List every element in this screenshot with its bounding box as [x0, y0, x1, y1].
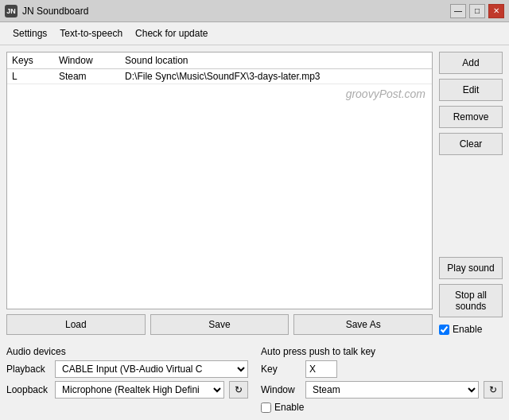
menu-bar: Settings Text-to-speech Check for update [0, 22, 509, 45]
enable-checkbox[interactable] [439, 325, 449, 335]
maximize-button[interactable]: □ [469, 4, 485, 18]
auto-press-enable-row: Enable [261, 402, 503, 413]
save-as-button[interactable]: Save As [293, 314, 433, 335]
app-icon: JN [5, 5, 17, 18]
right-panel: Add Edit Remove Clear Play sound Stop al… [439, 52, 503, 335]
close-button[interactable]: ✕ [488, 4, 504, 18]
window-select[interactable]: Steam [305, 381, 479, 399]
loopback-label: Loopback [6, 384, 50, 395]
key-row: Key [261, 360, 503, 378]
auto-press-section: Auto press push to talk key Key Window S… [261, 346, 503, 413]
watermark: groovyPost.com [7, 84, 432, 103]
cell-key: L [7, 69, 54, 84]
playback-row: Playback CABLE Input (VB-Audio Virtual C [6, 360, 248, 378]
refresh-window-button[interactable]: ↻ [484, 381, 503, 399]
left-panel: Keys Window Sound location L Steam D:\Fi… [6, 52, 433, 335]
enable-label: Enable [453, 324, 482, 335]
window-row: Window Steam ↻ [261, 381, 503, 399]
main-content: Keys Window Sound location L Steam D:\Fi… [0, 45, 509, 341]
sound-table: Keys Window Sound location L Steam D:\Fi… [7, 52, 432, 84]
refresh-loopback-button[interactable]: ↻ [229, 381, 248, 399]
cell-sound: D:\File Sync\Music\SoundFX\3-days-later.… [120, 69, 432, 84]
window-title: JN Soundboard [22, 6, 88, 17]
title-bar-left: JN JN Soundboard [5, 5, 88, 18]
stop-all-button[interactable]: Stop all sounds [439, 284, 503, 317]
col-header-keys: Keys [7, 52, 54, 69]
edit-button[interactable]: Edit [439, 79, 503, 101]
enable-row: Enable [439, 324, 503, 335]
loopback-row: Loopback Microphone (Realtek High Defini… [6, 381, 248, 399]
title-bar-controls: — □ ✕ [450, 4, 504, 18]
key-input[interactable] [305, 360, 337, 378]
title-bar: JN JN Soundboard — □ ✕ [0, 0, 509, 22]
play-sound-button[interactable]: Play sound [439, 257, 503, 279]
sound-table-container: Keys Window Sound location L Steam D:\Fi… [6, 52, 433, 309]
playback-select[interactable]: CABLE Input (VB-Audio Virtual C [55, 360, 248, 378]
save-button[interactable]: Save [150, 314, 289, 335]
menu-tts[interactable]: Text-to-speech [53, 25, 129, 41]
file-buttons: Load Save Save As [6, 314, 433, 335]
key-label: Key [261, 364, 301, 375]
audio-section-label: Audio devices [6, 346, 248, 357]
auto-press-enable-label: Enable [274, 402, 304, 413]
remove-button[interactable]: Remove [439, 106, 503, 128]
minimize-button[interactable]: — [450, 4, 466, 18]
auto-press-title: Auto press push to talk key [261, 346, 503, 357]
loopback-select[interactable]: Microphone (Realtek High Defini [55, 381, 224, 399]
menu-check-update[interactable]: Check for update [129, 25, 214, 41]
add-button[interactable]: Add [439, 52, 503, 74]
col-header-sound: Sound location [120, 52, 432, 69]
load-button[interactable]: Load [6, 314, 146, 335]
bottom-area: Audio devices Playback CABLE Input (VB-A… [0, 341, 509, 419]
auto-press-enable-checkbox[interactable] [261, 402, 271, 413]
cell-window: Steam [54, 69, 120, 84]
playback-label: Playback [6, 364, 50, 375]
audio-devices-section: Audio devices Playback CABLE Input (VB-A… [6, 346, 248, 402]
menu-settings[interactable]: Settings [6, 25, 53, 41]
table-row[interactable]: L Steam D:\File Sync\Music\SoundFX\3-day… [7, 69, 432, 84]
clear-button[interactable]: Clear [439, 133, 503, 155]
window-label: Window [261, 384, 301, 395]
col-header-window: Window [54, 52, 120, 69]
